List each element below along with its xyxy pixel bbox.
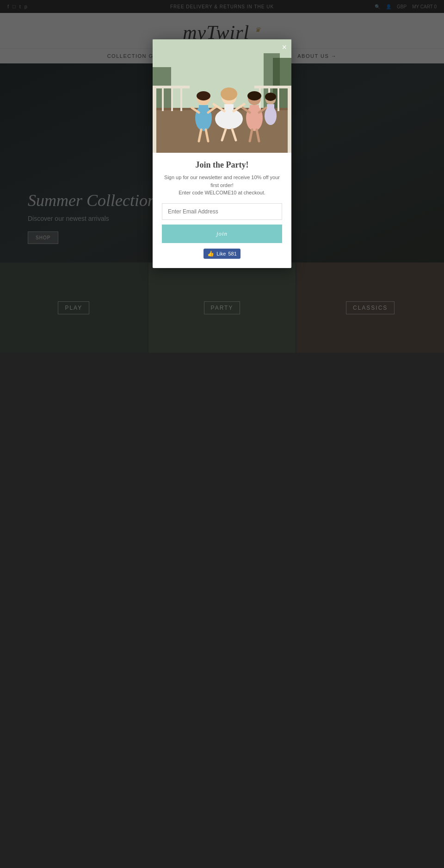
- svg-rect-8: [288, 86, 291, 153]
- svg-point-43: [265, 93, 276, 101]
- email-input[interactable]: [162, 203, 282, 220]
- modal-title: Join the Party!: [162, 160, 282, 170]
- svg-point-27: [221, 87, 237, 100]
- modal-hero-image: [153, 39, 291, 153]
- svg-rect-34: [250, 105, 259, 119]
- svg-rect-26: [224, 104, 234, 119]
- svg-rect-18: [199, 105, 208, 119]
- modal-close-button[interactable]: ×: [282, 43, 287, 51]
- thumbs-up-icon: 👍: [207, 250, 214, 257]
- svg-rect-15: [278, 86, 279, 111]
- fb-like-label: Like: [216, 251, 226, 256]
- svg-point-35: [247, 91, 261, 100]
- modal-image: [153, 39, 291, 153]
- facebook-like-button[interactable]: 👍 Like 581: [204, 249, 240, 259]
- join-button[interactable]: join: [162, 225, 282, 243]
- svg-point-23: [197, 91, 210, 100]
- modal-overlay[interactable]: ×: [0, 0, 444, 868]
- svg-rect-6: [153, 86, 156, 153]
- svg-rect-12: [180, 86, 182, 111]
- facebook-like-section: 👍 Like 581: [162, 249, 282, 259]
- modal-description: Sign up for our newsletter and receive 1…: [162, 174, 282, 197]
- modal-body: Join the Party! Sign up for our newslett…: [153, 153, 291, 268]
- svg-rect-10: [162, 86, 164, 111]
- fb-like-count: 581: [228, 251, 236, 256]
- newsletter-modal: ×: [153, 39, 291, 268]
- svg-rect-11: [171, 86, 173, 111]
- svg-rect-42: [267, 104, 274, 116]
